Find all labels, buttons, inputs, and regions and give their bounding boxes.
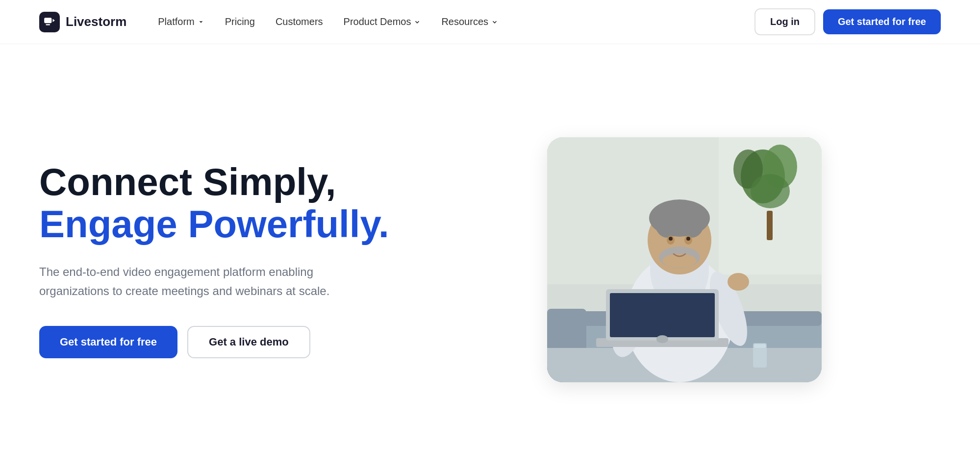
svg-rect-10 bbox=[767, 211, 773, 240]
nav-link-product-demos[interactable]: Product Demos bbox=[336, 11, 429, 32]
chevron-down-icon bbox=[414, 19, 421, 25]
chevron-down-icon bbox=[198, 19, 204, 25]
chevron-down-icon bbox=[491, 19, 498, 25]
nav-left: Livestorm Platform Pricing Customers bbox=[39, 11, 506, 32]
nav-item-resources: Resources bbox=[433, 11, 506, 32]
svg-rect-32 bbox=[610, 293, 715, 337]
hero-buttons: Get started for free Get a live demo bbox=[39, 326, 389, 358]
nav-right: Log in Get started for free bbox=[754, 8, 941, 35]
logo-link[interactable]: Livestorm bbox=[39, 12, 126, 32]
live-demo-button[interactable]: Get a live demo bbox=[187, 326, 310, 358]
get-started-hero-button[interactable]: Get started for free bbox=[39, 326, 177, 358]
nav-link-resources[interactable]: Resources bbox=[433, 11, 506, 32]
svg-rect-35 bbox=[754, 344, 766, 348]
logo-text: Livestorm bbox=[66, 14, 126, 29]
login-button[interactable]: Log in bbox=[754, 8, 815, 35]
hero-content: Connect Simply, Engage Powerfully. The e… bbox=[39, 161, 389, 358]
livestorm-icon bbox=[43, 16, 56, 28]
hero-image bbox=[547, 137, 822, 382]
nav-item-customers: Customers bbox=[268, 11, 331, 32]
svg-rect-2 bbox=[46, 24, 50, 25]
hero-subtext: The end-to-end video engagement platform… bbox=[39, 263, 343, 300]
nav-links: Platform Pricing Customers Product Demos bbox=[150, 11, 506, 32]
hero-section: Connect Simply, Engage Powerfully. The e… bbox=[0, 44, 980, 466]
nav-link-pricing[interactable]: Pricing bbox=[217, 11, 263, 32]
svg-point-33 bbox=[656, 335, 668, 343]
svg-point-23 bbox=[669, 237, 673, 241]
svg-rect-0 bbox=[44, 18, 51, 23]
nav-item-product-demos: Product Demos bbox=[336, 11, 429, 32]
svg-point-20 bbox=[679, 208, 704, 238]
svg-marker-1 bbox=[53, 19, 55, 22]
get-started-nav-button[interactable]: Get started for free bbox=[823, 9, 941, 34]
logo-icon bbox=[39, 12, 60, 32]
svg-point-28 bbox=[728, 273, 749, 291]
navbar: Livestorm Platform Pricing Customers bbox=[0, 0, 980, 44]
nav-link-platform[interactable]: Platform bbox=[150, 11, 212, 32]
hero-image-wrapper bbox=[428, 137, 941, 382]
nav-item-platform: Platform bbox=[150, 11, 212, 32]
hero-heading: Connect Simply, Engage Powerfully. bbox=[39, 161, 389, 246]
nav-item-pricing: Pricing bbox=[217, 11, 263, 32]
nav-link-customers[interactable]: Customers bbox=[268, 11, 331, 32]
svg-point-24 bbox=[686, 237, 690, 241]
svg-point-9 bbox=[751, 174, 790, 208]
hero-illustration bbox=[547, 137, 822, 382]
svg-point-19 bbox=[655, 208, 679, 238]
